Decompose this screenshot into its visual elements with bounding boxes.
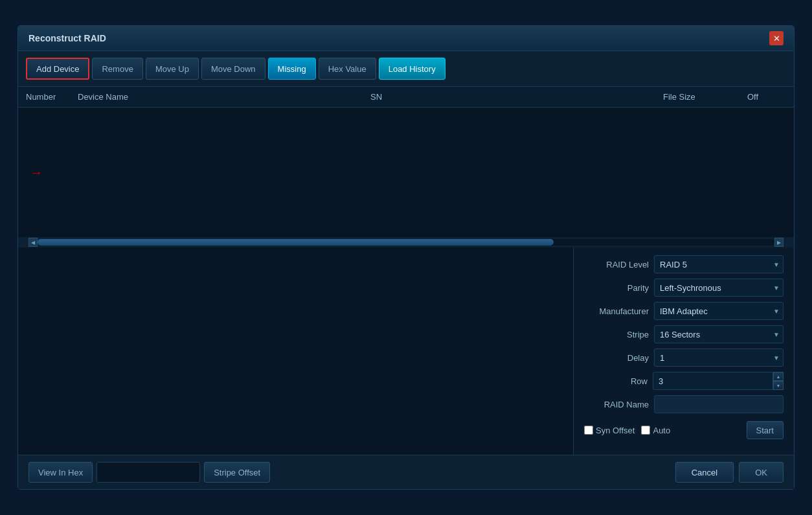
delay-row: Delay 0 1 2 3 4 ▼ [584, 349, 784, 367]
hex-value-button[interactable]: Hex Value [319, 58, 376, 80]
row-row: Row ▲ ▼ [584, 372, 784, 390]
bottom-section: RAID Level RAID 0 RAID 1 RAID 5 RAID 6 R… [18, 247, 794, 455]
col-off: Off [747, 92, 786, 102]
footer-right: Cancel OK [675, 462, 784, 483]
left-panel [18, 247, 574, 455]
scroll-track[interactable] [38, 239, 774, 246]
auto-checkbox[interactable] [641, 426, 650, 435]
manufacturer-select-wrapper: IBM Adaptec Intel LSI Promise ▼ [654, 302, 784, 320]
options-row: Syn Offset Auto Start [584, 418, 784, 439]
move-down-button[interactable]: Move Down [201, 58, 265, 80]
stripe-select-wrapper: 8 Sectors 16 Sectors 32 Sectors 64 Secto… [654, 325, 784, 343]
stripe-row: Stripe 8 Sectors 16 Sectors 32 Sectors 6… [584, 325, 784, 343]
footer: View In Hex Stripe Offset Cancel OK [18, 455, 794, 489]
raid-level-label: RAID Level [584, 260, 649, 269]
device-table-section: Number Device Name SN File Size Off → ◀ … [18, 87, 794, 247]
footer-text-input[interactable] [96, 462, 200, 483]
reconstruct-raid-dialog: Reconstruct RAID ✕ Add Device Remove Mov… [17, 25, 795, 490]
raid-settings-panel: RAID Level RAID 0 RAID 1 RAID 5 RAID 6 R… [574, 247, 794, 455]
delay-select[interactable]: 0 1 2 3 4 [654, 349, 784, 367]
start-button[interactable]: Start [747, 421, 784, 439]
row-label: Row [584, 376, 648, 386]
row-input[interactable] [653, 372, 773, 390]
parity-label: Parity [584, 283, 649, 293]
table-body: → [18, 108, 794, 237]
stripe-select[interactable]: 8 Sectors 16 Sectors 32 Sectors 64 Secto… [654, 325, 784, 343]
row-spinbuttons: ▲ ▼ [773, 372, 784, 390]
stripe-label: Stripe [584, 330, 649, 339]
scroll-left-arrow[interactable]: ◀ [28, 238, 38, 247]
row-spin-wrapper: ▲ ▼ [653, 372, 784, 390]
col-number: Number [26, 92, 78, 102]
parity-select-wrapper: Left-Sychronous Right-Sychronous Left-As… [654, 279, 784, 297]
raid-name-input[interactable] [654, 395, 784, 413]
close-button[interactable]: ✕ [769, 31, 784, 45]
row-increment-button[interactable]: ▲ [773, 372, 784, 381]
arrow-indicator: → [30, 165, 43, 180]
raid-level-select-wrapper: RAID 0 RAID 1 RAID 5 RAID 6 RAID 10 ▼ [654, 255, 784, 273]
manufacturer-label: Manufacturer [584, 306, 649, 316]
row-decrement-button[interactable]: ▼ [773, 381, 784, 390]
stripe-offset-button[interactable]: Stripe Offset [204, 462, 270, 483]
col-sn: SN [370, 92, 663, 102]
col-file-size: File Size [663, 92, 747, 102]
cancel-button[interactable]: Cancel [675, 462, 734, 483]
toolbar: Add Device Remove Move Up Move Down Miss… [18, 51, 794, 87]
delay-select-wrapper: 0 1 2 3 4 ▼ [654, 349, 784, 367]
ok-button[interactable]: OK [739, 462, 784, 483]
parity-row: Parity Left-Sychronous Right-Sychronous … [584, 279, 784, 297]
load-history-button[interactable]: Load History [379, 58, 445, 80]
raid-level-select[interactable]: RAID 0 RAID 1 RAID 5 RAID 6 RAID 10 [654, 255, 784, 273]
horizontal-scrollbar[interactable]: ◀ ▶ [18, 237, 794, 247]
parity-select[interactable]: Left-Sychronous Right-Sychronous Left-As… [654, 279, 784, 297]
raid-level-row: RAID Level RAID 0 RAID 1 RAID 5 RAID 6 R… [584, 255, 784, 273]
missing-button[interactable]: Missing [268, 58, 316, 80]
table-header: Number Device Name SN File Size Off [18, 87, 794, 108]
dialog-title: Reconstruct RAID [28, 33, 106, 43]
auto-checkbox-label: Auto [641, 426, 670, 435]
manufacturer-row: Manufacturer IBM Adaptec Intel LSI Promi… [584, 302, 784, 320]
scroll-right-arrow[interactable]: ▶ [774, 238, 784, 247]
syn-offset-checkbox[interactable] [584, 426, 593, 435]
manufacturer-select[interactable]: IBM Adaptec Intel LSI Promise [654, 302, 784, 320]
raid-name-label: RAID Name [584, 400, 649, 409]
syn-offset-checkbox-label: Syn Offset [584, 426, 635, 435]
add-device-button[interactable]: Add Device [26, 58, 89, 80]
col-device-name: Device Name [78, 92, 370, 102]
raid-name-row: RAID Name [584, 395, 784, 413]
view-in-hex-button[interactable]: View In Hex [28, 462, 93, 483]
footer-left: View In Hex Stripe Offset [28, 462, 270, 483]
title-bar: Reconstruct RAID ✕ [18, 26, 794, 51]
scroll-thumb[interactable] [38, 239, 554, 246]
move-up-button[interactable]: Move Up [146, 58, 199, 80]
delay-label: Delay [584, 353, 649, 363]
remove-button[interactable]: Remove [92, 58, 142, 80]
